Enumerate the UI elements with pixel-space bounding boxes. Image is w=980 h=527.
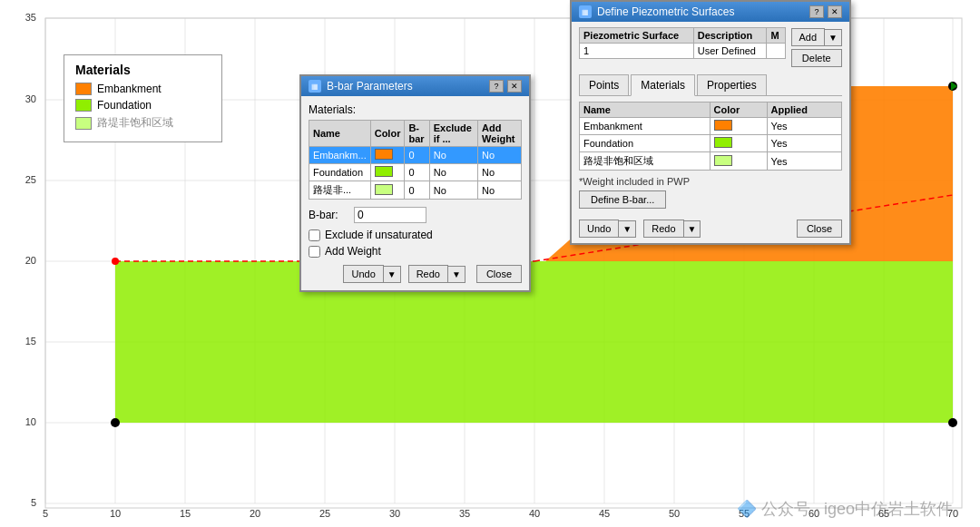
bbar-close-dialog-button[interactable]: Close [476,265,522,283]
piezo-props-name-1: Foundation [580,135,710,152]
piezo-dialog: ▦ Define Piezometric Surfaces ? ✕ Piezom… [570,0,851,245]
piezo-props-col-color: Color [710,102,767,118]
svg-text:35: 35 [25,12,36,23]
piezo-props-row-1[interactable]: Foundation Yes [580,135,842,152]
piezo-dialog-controls: ? ✕ [809,5,842,18]
legend-label-foundation: Foundation [97,99,152,112]
bbar-cell-bbar-0: 0 [405,147,429,164]
svg-text:70: 70 [947,508,958,519]
piezo-props-name-2: 路堤非饱和区域 [580,152,710,171]
piezo-props-color-1 [710,135,767,152]
bbar-row-1[interactable]: Foundation 0 No No [309,164,522,181]
bbar-bbar-row: B-bar: [309,207,522,223]
bbar-cell-name-0: Embankm... [309,147,371,164]
svg-text:10: 10 [110,508,121,519]
legend-label-unsaturated: 路堤非饱和区域 [97,115,173,131]
piezo-cell-m-0 [767,44,785,59]
piezo-redo-arrow[interactable]: ▼ [684,220,701,238]
bbar-bottom-btns: Undo ▼ Redo ▼ Close [309,265,522,283]
svg-text:25: 25 [25,174,36,185]
piezo-dialog-icon: ▦ [579,5,592,18]
piezo-props-color-0 [710,118,767,135]
piezo-tab-properties[interactable]: Properties [697,74,767,96]
bbar-table: Name Color B-bar Exclude if ... Add Weig… [309,120,522,200]
piezo-row-0[interactable]: 1 User Defined [580,44,786,59]
legend-color-embankment [75,83,92,95]
bbar-exclude-checkbox[interactable] [309,229,320,241]
piezo-tab-content: Name Color Applied Embankment Yes Founda… [579,102,842,171]
piezo-props-applied-1: Yes [767,135,841,152]
bbar-cell-exclude-2: No [429,181,477,200]
svg-text:5: 5 [31,497,36,508]
svg-text:20: 20 [250,508,260,519]
piezo-redo-button[interactable]: Redo [643,220,683,238]
piezo-tab-materials[interactable]: Materials [631,74,695,96]
legend-color-unsaturated [75,117,92,130]
bbar-row-0[interactable]: Embankm... 0 No No [309,147,522,164]
piezo-bottom: Undo ▼ Redo ▼ Close [579,220,842,238]
bbar-col-color: Color [370,121,405,147]
piezo-cell-surface-0: 1 [580,44,694,59]
bbar-col-addweight: Add Weight [478,121,522,147]
bbar-dialog-title: B-bar Parameters [327,80,413,93]
svg-text:30: 30 [25,93,36,104]
svg-text:15: 15 [25,336,36,346]
bbar-addweight-row: Add Weight [309,245,522,258]
piezo-tab-points[interactable]: Points [579,74,629,96]
bbar-row-2[interactable]: 路堤非... 0 No No [309,181,522,200]
piezo-close-button[interactable]: ✕ [828,5,842,18]
svg-text:15: 15 [180,508,191,519]
bbar-bbar-label: B-bar: [309,209,354,221]
piezo-props-color-2 [710,152,767,171]
bbar-cell-exclude-0: No [429,147,477,164]
bbar-undo-group: Undo ▼ [343,265,400,283]
svg-rect-43 [115,261,953,423]
piezo-col-surface: Piezometric Surface [580,28,694,44]
piezo-col-m: M [767,28,785,44]
legend-title: Materials [75,63,211,77]
bbar-close-button[interactable]: ✕ [507,80,522,93]
piezo-weight-note: *Weight included in PWP [579,176,842,187]
piezo-props-applied-0: Yes [767,118,841,135]
bbar-col-exclude: Exclude if ... [429,121,477,147]
bbar-redo-group: Redo ▼ [408,265,466,283]
piezo-close-dialog-button[interactable]: Close [797,220,842,238]
piezo-undo-arrow[interactable]: ▼ [619,220,636,238]
piezo-props-row-0[interactable]: Embankment Yes [580,118,842,135]
bbar-materials-label: Materials: [309,103,522,116]
piezo-undo-group: Undo ▼ [579,220,636,238]
piezo-add-arrow[interactable]: ▼ [825,29,842,46]
bbar-cell-bbar-2: 0 [405,181,429,200]
bbar-redo-button[interactable]: Redo [408,265,448,283]
bbar-body: Materials: Name Color B-bar Exclude if .… [301,96,529,290]
svg-point-46 [112,258,119,265]
legend-color-foundation [75,99,92,112]
piezo-col-desc: Description [693,28,767,44]
piezo-help-button[interactable]: ? [809,5,824,18]
bbar-help-button[interactable]: ? [489,80,504,93]
bbar-undo-arrow[interactable]: ▼ [384,266,401,283]
legend-label-embankment: Embankment [97,83,162,95]
piezo-props-row-2[interactable]: 路堤非饱和区域 Yes [580,152,842,171]
piezo-table: Piezometric Surface Description M 1 User… [579,27,786,59]
piezo-delete-button[interactable]: Delete [791,49,842,67]
bbar-redo-arrow[interactable]: ▼ [448,266,466,283]
bbar-cell-bbar-1: 0 [405,164,429,181]
bbar-bbar-input[interactable] [354,207,426,223]
bbar-addweight-checkbox[interactable] [309,246,320,258]
bbar-col-bbar: B-bar [405,121,429,147]
svg-text:30: 30 [389,508,400,519]
bbar-undo-button[interactable]: Undo [343,265,383,283]
svg-text:25: 25 [319,508,330,519]
svg-text:55: 55 [739,508,750,519]
bbar-cell-name-2: 路堤非... [309,181,371,200]
svg-text:10: 10 [25,416,36,427]
piezo-body: Piezometric Surface Description M 1 User… [572,22,849,243]
piezo-titlebar: ▦ Define Piezometric Surfaces ? ✕ [572,2,849,22]
piezo-add-button[interactable]: Add [791,28,826,46]
bbar-addweight-label: Add Weight [325,245,381,258]
piezo-undo-button[interactable]: Undo [579,220,619,238]
piezo-define-bbar-button[interactable]: Define B-bar... [579,190,666,209]
bbar-exclude-row: Exclude if unsaturated [309,229,522,241]
svg-text:65: 65 [878,508,889,519]
